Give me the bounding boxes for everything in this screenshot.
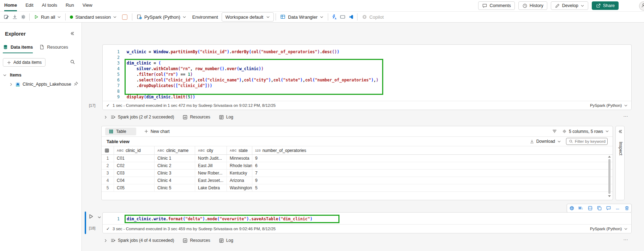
collapse-cell-icon[interactable] (97, 214, 101, 221)
more-options-button[interactable]: … (623, 112, 628, 118)
download-button[interactable]: Download (530, 139, 561, 144)
table-scrollbar[interactable] (607, 156, 612, 197)
run-cell-button[interactable] (88, 214, 94, 221)
download-icon (530, 139, 534, 144)
comments-button[interactable]: Comments (478, 1, 514, 10)
vscode-icon[interactable] (347, 13, 355, 21)
save-icon[interactable] (2, 13, 11, 21)
export-icon[interactable] (11, 13, 19, 21)
develop-label: Develop (562, 3, 578, 8)
share-button[interactable]: Share (592, 1, 619, 10)
row-number-cell: 1 (102, 155, 114, 162)
plus-icon (7, 60, 11, 65)
more-options-icon[interactable]: … (614, 204, 621, 212)
column-header-state[interactable]: ABCstate (227, 146, 252, 154)
table-row[interactable]: 3C03Clinic 3New Rober...Kentucky7 (102, 170, 613, 177)
code-line[interactable]: 7 .dropDuplicates(["clinic_id"])) (103, 83, 631, 88)
lakehouse-item[interactable]: Clinic_Appts_Lakehouse (9, 81, 78, 87)
stop-session-button[interactable] (122, 14, 127, 20)
column-header-city[interactable]: ABCcity (195, 146, 227, 154)
log-toggle[interactable]: Log (219, 238, 233, 243)
markdown-icon[interactable]: M↓ (577, 204, 585, 212)
tab-data-items[interactable]: Data items (3, 44, 33, 53)
ai-sphere-icon[interactable] (568, 204, 576, 212)
code-line[interactable]: 9display(dim_clinic.limit(5)) (103, 94, 631, 100)
resources-toggle[interactable]: Resources (182, 115, 210, 120)
table-row[interactable]: 1C01Clinic 1North Judit...Minnesota9 (102, 155, 613, 162)
code-line[interactable]: 6 .select(col("clinic_id"),col("clinic_n… (103, 77, 631, 83)
table-row[interactable]: 4C04Clinic 4East Jesset...Arizona9 (102, 177, 613, 184)
data-wrangler-button[interactable]: Data Wrangler (278, 12, 326, 22)
line-number: 1 (103, 49, 120, 55)
column-header-number_of_operatories[interactable]: 123number_of_operatories (252, 146, 613, 154)
columns-rows-selector[interactable]: 5 columns, 5 rows (562, 129, 609, 134)
search-icon[interactable] (70, 59, 75, 66)
line-number: 9 (103, 94, 120, 100)
delete-cell-icon[interactable] (623, 204, 631, 212)
column-header-clinic_name[interactable]: ABCclinic_name (155, 146, 195, 154)
table-cell: Rhode Island (227, 162, 252, 169)
table-view-tab[interactable]: Table (105, 128, 136, 135)
cell-1-kernel-selector[interactable]: PySpark (Python) (590, 103, 628, 108)
history-button[interactable]: History (518, 1, 547, 10)
code-editor-1[interactable]: 1w_clinic = Window.partitionBy("clinic_i… (103, 45, 631, 100)
code-line[interactable]: 5 .filter(col("rn") == 1) (103, 72, 631, 77)
table-cell: Minnesota (227, 155, 252, 162)
split-cell-icon[interactable] (586, 204, 594, 212)
table-tab-label: Table (116, 129, 126, 134)
table-row[interactable]: 5C05Clinic 5Lake DebraWashington5 (102, 184, 613, 192)
menu-tab-run[interactable]: Run (66, 0, 74, 11)
chevron-right-icon[interactable] (104, 239, 108, 243)
menu-tab-view[interactable]: View (83, 0, 92, 11)
inspect-tab[interactable]: Inspect (618, 142, 623, 155)
settings-gear-icon[interactable] (19, 13, 28, 21)
add-data-items-button[interactable]: Add data items (3, 58, 46, 67)
session-status-button[interactable]: Standard session (67, 12, 119, 22)
scroll-down-icon[interactable] (608, 195, 611, 197)
copy-cell-icon[interactable] (595, 204, 603, 212)
collapse-sidebar-icon[interactable] (70, 31, 75, 37)
workspace-label: Workspace default (225, 14, 263, 20)
code-line[interactable]: 1w_clinic = Window.partitionBy("clinic_i… (103, 49, 631, 55)
row-number-header[interactable] (102, 146, 114, 154)
code-line[interactable]: 8 (103, 88, 631, 94)
menu-tab-edit[interactable]: Edit (25, 0, 33, 11)
filter-keyword-input[interactable] (575, 139, 606, 143)
column-header-clinic_id[interactable]: ABCclinic_id (114, 146, 155, 154)
chevron-right-icon[interactable] (104, 115, 108, 119)
scrollbar-thumb[interactable] (608, 159, 610, 194)
code-line[interactable]: 3dim_clinic = ( (103, 60, 631, 66)
run-all-button[interactable]: Run all (31, 12, 64, 22)
spark-jobs-toggle[interactable]: Spark jobs (4 of 4 succeeded) (110, 238, 174, 243)
cell-2-kernel-selector[interactable]: PySpark (Python) (590, 227, 628, 231)
table-row[interactable]: 2C02Clinic 2East JillRhode Island6 (102, 162, 613, 170)
menu-tab-ai-tools[interactable]: AI tools (42, 0, 57, 11)
code-line[interactable]: 2 (103, 55, 631, 60)
variable-lightning-icon[interactable]: A (330, 13, 338, 21)
more-options-button[interactable]: … (623, 235, 628, 241)
new-chart-button[interactable]: New chart (144, 129, 170, 134)
language-selector[interactable]: PySpark (Python) (134, 12, 189, 22)
add-data-items-label: Add data items (13, 60, 42, 65)
log-toggle[interactable]: Log (219, 115, 233, 120)
copilot-button[interactable]: Copilot (359, 12, 386, 22)
filter-lines-icon[interactable] (552, 129, 557, 134)
develop-button[interactable]: Develop (551, 1, 588, 10)
data-items-tab-label: Data items (11, 45, 33, 50)
code-editor-2[interactable]: 1dim_clinic.write.format("delta").mode("… (103, 213, 631, 222)
comment-cell-icon[interactable] (604, 204, 612, 212)
table-cell: Clinic 3 (155, 170, 195, 177)
code-line[interactable]: 4 silver.withColumn("rn", row_number().o… (103, 66, 631, 72)
spark-jobs-toggle[interactable]: Spark jobs (2 of 2 succeeded) (110, 115, 174, 120)
resources-toggle[interactable]: Resources (182, 238, 210, 243)
menu-tab-home[interactable]: Home (4, 0, 17, 11)
frame-icon[interactable] (338, 13, 347, 21)
pin-icon[interactable] (74, 81, 78, 87)
tab-resources[interactable]: Resources (39, 44, 68, 53)
items-section-toggle[interactable]: Items (3, 73, 22, 78)
chevron-right-icon (9, 82, 13, 86)
expand-inspect-icon[interactable] (618, 129, 623, 135)
scroll-up-icon[interactable] (608, 156, 611, 158)
workspace-selector[interactable]: Workspace default (222, 12, 274, 22)
code-line[interactable]: 1dim_clinic.write.format("delta").mode("… (103, 216, 631, 222)
